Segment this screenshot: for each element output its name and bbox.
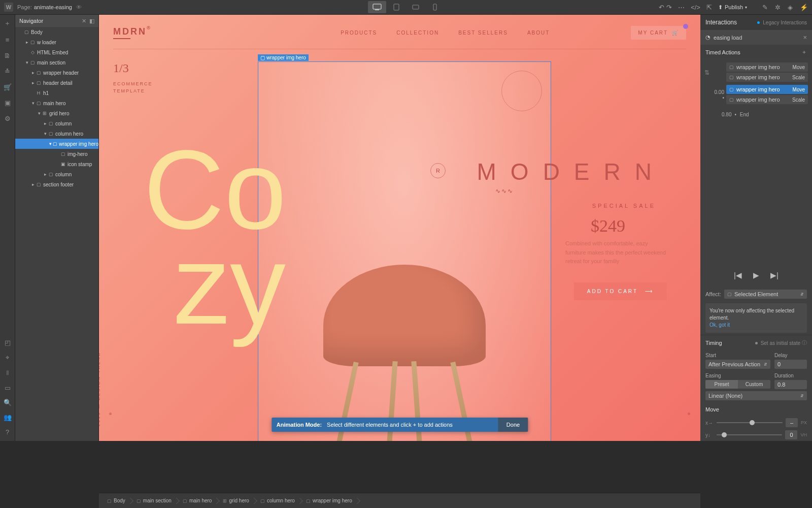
x-value[interactable]: – xyxy=(786,418,798,427)
help-icon[interactable]: ? xyxy=(6,428,9,436)
cart-button[interactable]: MY CART 🛒 xyxy=(631,26,686,40)
slide-dot-right[interactable] xyxy=(688,412,690,415)
interactions-icon[interactable]: ⚡ xyxy=(800,4,808,11)
nav-links: PRODUCTS COLLECTION BEST SELLERS ABOUT xyxy=(341,30,550,36)
play-icon[interactable]: ▶ xyxy=(753,271,759,280)
search-icon[interactable]: 🔍 xyxy=(4,399,12,406)
undo-icon[interactable]: ↶ xyxy=(659,4,664,11)
nav-item-main-hero[interactable]: ▾▢main hero xyxy=(15,98,98,108)
settings-icon[interactable]: ✲ xyxy=(775,4,781,11)
y-slider[interactable] xyxy=(717,434,782,435)
note-dismiss-link[interactable]: Ok, got it xyxy=(709,322,730,328)
crumb-Body[interactable]: ▢Body xyxy=(103,496,132,505)
delay-input[interactable]: 0 xyxy=(774,360,807,369)
publish-button[interactable]: ⬆ Publish ▾ xyxy=(718,4,747,11)
chart-icon[interactable]: ⫴ xyxy=(6,369,9,377)
svg-rect-4 xyxy=(433,4,436,10)
y-unit[interactable]: VH xyxy=(800,432,807,437)
nav-item-column[interactable]: ▸▢column xyxy=(15,118,98,129)
move-y-row: y↓ 0 VH xyxy=(700,429,812,441)
nav-item-header-detail[interactable]: ▸▢header detail xyxy=(15,78,98,88)
crumb-main-hero[interactable]: ▢main hero xyxy=(179,496,219,505)
timeline-action[interactable]: ▢wrapper img heroMove xyxy=(726,62,808,72)
mobile-device[interactable] xyxy=(426,1,444,13)
start-select[interactable]: After Previous Action⇵ xyxy=(705,360,770,369)
brush-icon[interactable]: ✎ xyxy=(762,4,768,11)
navigator-pin-icon[interactable]: ◧ xyxy=(89,18,94,24)
easing-custom-option[interactable]: Custom xyxy=(738,380,770,389)
animation-name[interactable]: easing load xyxy=(714,35,742,41)
nav-item-w-loader[interactable]: ▸▢w loader xyxy=(15,37,98,47)
tablet-landscape-device[interactable] xyxy=(407,1,425,13)
nav-item-HTML-Embed[interactable]: ◇HTML Embed xyxy=(15,47,98,57)
nav-item-wrapper-img-hero[interactable]: ▾▢wrapper img hero xyxy=(15,139,98,149)
crumb-column-hero[interactable]: ▢column hero xyxy=(256,496,302,505)
crumb-grid-hero[interactable]: ⊞grid hero xyxy=(219,496,256,505)
preview-icon[interactable]: 👁 xyxy=(76,4,82,10)
webflow-logo[interactable]: W xyxy=(4,3,13,12)
add-icon[interactable]: ＋ xyxy=(4,19,11,28)
tablet-device[interactable] xyxy=(387,1,405,13)
code-icon[interactable]: </> xyxy=(691,4,700,11)
audit-icon[interactable]: ◰ xyxy=(5,339,11,346)
anim-done-button[interactable]: Done xyxy=(498,418,528,432)
pages-icon[interactable]: 🗎 xyxy=(4,52,11,59)
selection-tag[interactable]: ▢wrapper img hero xyxy=(258,54,309,61)
nav-item-wrapper-header[interactable]: ▸▢wrapper header xyxy=(15,68,98,78)
timeline-action[interactable]: ▢wrapper img heroScale xyxy=(726,73,808,82)
nav-item-icon-stamp[interactable]: ▣icon stamp xyxy=(15,159,98,169)
brand-logo[interactable]: MDRN® xyxy=(113,26,147,37)
y-value[interactable]: 0 xyxy=(785,430,797,439)
crumb-main-section[interactable]: ▢main section xyxy=(132,496,179,505)
export-icon[interactable]: ⇱ xyxy=(706,4,712,11)
add-action-icon[interactable]: ＋ xyxy=(801,48,807,56)
nav-item-Body[interactable]: ▢Body xyxy=(15,27,98,37)
skip-forward-icon[interactable]: ▶| xyxy=(770,271,779,280)
interactions-panel: Interactions Legacy Interactions ◔ easin… xyxy=(700,15,812,441)
add-to-cart-button[interactable]: ADD TO CART ⟶ xyxy=(574,282,667,300)
settings-gear-icon[interactable]: ⚙ xyxy=(5,115,11,122)
navigator-close-icon[interactable]: ✕ xyxy=(82,18,86,24)
comments-icon[interactable]: ⋯ xyxy=(678,4,685,11)
playback-controls: |◀ ▶ ▶| xyxy=(700,264,812,287)
info-icon[interactable]: ⓘ xyxy=(802,339,807,346)
skip-back-icon[interactable]: |◀ xyxy=(734,271,742,280)
video-icon[interactable]: ▭ xyxy=(5,384,11,392)
easing-curve-select[interactable]: Linear (None)⇵ xyxy=(705,391,807,400)
ecommerce-icon[interactable]: 🛒 xyxy=(4,83,12,91)
desktop-device[interactable] xyxy=(368,1,386,13)
cms-icon[interactable]: ≛ xyxy=(5,68,10,75)
legacy-link[interactable]: Legacy Interactions xyxy=(763,20,807,25)
page-name[interactable]: animate-easing xyxy=(34,4,72,10)
nav-item-section-footer[interactable]: ▸▢section footer xyxy=(15,179,98,189)
redo-icon[interactable]: ↷ xyxy=(666,4,672,11)
users-icon[interactable]: 👥 xyxy=(4,414,12,421)
x-slider[interactable] xyxy=(717,422,783,423)
navigator-icon[interactable]: ≡ xyxy=(6,36,10,44)
affect-select[interactable]: ▢ Selected Element ⇵ xyxy=(724,290,807,299)
nav-item-main-section[interactable]: ▾▢main section xyxy=(15,57,98,68)
nav-about[interactable]: ABOUT xyxy=(527,30,550,36)
assets-icon[interactable]: ▣ xyxy=(5,99,11,107)
nav-products[interactable]: PRODUCTS xyxy=(341,30,377,36)
close-animation-icon[interactable]: × xyxy=(803,34,807,41)
nav-item-column-hero[interactable]: ▾▢column hero xyxy=(15,129,98,139)
nav-item-img-hero[interactable]: ▢img-hero xyxy=(15,149,98,159)
x-unit[interactable]: PX xyxy=(801,420,807,425)
canvas[interactable]: MDRN® PRODUCTS COLLECTION BEST SELLERS A… xyxy=(99,15,700,441)
easing-preset-option[interactable]: Preset xyxy=(705,380,738,389)
nav-item-grid-hero[interactable]: ▾⊞grid hero xyxy=(15,108,98,118)
nav-item-column[interactable]: ▸▢column xyxy=(15,169,98,179)
timeline-action[interactable]: ▢wrapper img heroScale xyxy=(726,95,808,104)
duration-input[interactable]: 0.8 xyxy=(774,380,807,389)
target-icon[interactable]: ⌖ xyxy=(6,354,9,362)
style-manager-icon[interactable]: ◈ xyxy=(788,4,793,11)
initial-state-toggle[interactable]: Set as initial state xyxy=(761,340,800,346)
crumb-wrapper-img-hero[interactable]: ▢wrapper img hero xyxy=(302,496,359,505)
nav-bestsellers[interactable]: BEST SELLERS xyxy=(458,30,508,36)
nav-item-h1[interactable]: Hh1 xyxy=(15,88,98,98)
timeline-action[interactable]: ▢wrapper img heroMove xyxy=(726,85,808,94)
slide-dot-left[interactable] xyxy=(109,412,112,415)
top-bar: W Page: animate-easing 👁 ↶ ↷ ⋯ </> ⇱ ⬆ P… xyxy=(0,0,812,15)
nav-collection[interactable]: COLLECTION xyxy=(396,30,439,36)
